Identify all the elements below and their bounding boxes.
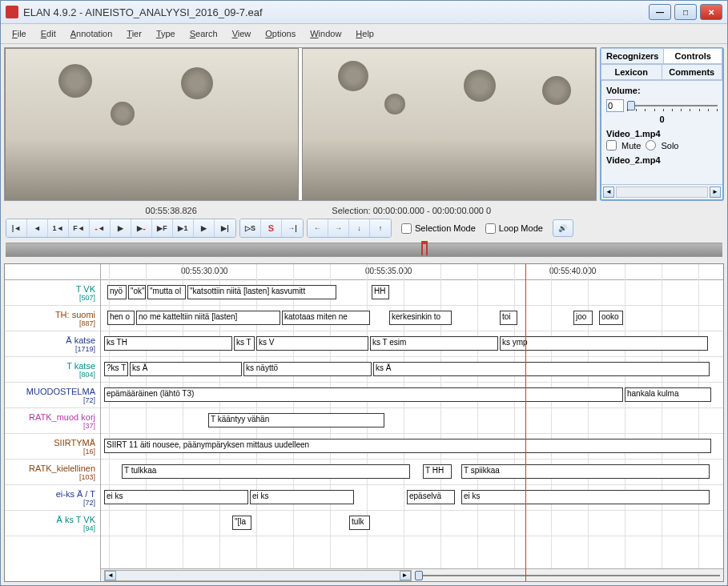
play-selection-button[interactable]: ▷S (240, 219, 261, 237)
boundary-left-button[interactable]: ← (308, 219, 328, 237)
annotation[interactable]: no me katteltiin niitä [lasten] (136, 311, 280, 325)
menu-annotation[interactable]: Annotation (64, 27, 119, 40)
menu-view[interactable]: View (226, 27, 258, 40)
tab-comments[interactable]: Comments (662, 64, 723, 80)
tier-row[interactable]: nyö"ok""mutta ol"katsottiin niitä [laste… (101, 280, 723, 306)
annotation[interactable]: T tulkkaa (122, 464, 410, 479)
annotation[interactable]: tulk (349, 516, 370, 530)
volume-input[interactable] (606, 99, 624, 112)
tier-row[interactable]: SIIRT 11 äiti nousee, päänympäryksen mit… (101, 434, 723, 460)
menu-options[interactable]: Options (259, 27, 302, 40)
tab-recognizers[interactable]: Recognizers (601, 48, 664, 64)
tier-name[interactable]: SIIRTYMÄ[16] (5, 434, 100, 460)
minimize-button[interactable]: — (649, 4, 671, 20)
tier-name[interactable]: T katse[804] (5, 357, 100, 383)
annotation[interactable]: ks Ä (373, 362, 710, 376)
tier-name[interactable]: Ä katse[1719] (5, 331, 100, 357)
audio-button[interactable]: 🔊 (553, 219, 573, 237)
annotation[interactable]: ks T (234, 336, 255, 351)
solo-radio-1[interactable] (646, 140, 656, 151)
annotation[interactable]: ei ks (461, 490, 710, 504)
tier-row[interactable]: hen ono me katteltiin niitä [lasten]kato… (101, 306, 723, 331)
playhead[interactable] (525, 264, 526, 581)
timeline-hscroll[interactable]: ◄ ► (104, 570, 412, 581)
annotation[interactable]: katotaas miten ne (282, 311, 370, 325)
clear-selection-button[interactable]: S (261, 219, 282, 237)
prev-pixel-button[interactable]: -◄ (90, 219, 111, 237)
mute-checkbox-1[interactable] (606, 140, 617, 151)
crosshair-in-selection-button[interactable]: →| (282, 219, 303, 237)
annotation[interactable]: nyö (107, 285, 127, 299)
next-scroll-button[interactable]: ▶ (194, 219, 215, 237)
annotation[interactable]: "[la (232, 516, 251, 530)
zoom-slider[interactable] (415, 568, 721, 582)
menu-window[interactable]: Window (304, 27, 348, 40)
panel-scroll-left[interactable]: ◄ (603, 187, 614, 198)
annotation[interactable]: ks T esim (370, 336, 498, 351)
density-overview[interactable] (6, 243, 722, 257)
boundary-down-button[interactable]: ↓ (349, 219, 370, 237)
boundary-up-button[interactable]: ↑ (370, 219, 391, 237)
prev-frame-button[interactable]: F◄ (69, 219, 90, 237)
next-second-button[interactable]: ▶1 (173, 219, 194, 237)
tier-name[interactable]: MUODOSTELMA[72] (5, 383, 100, 408)
tier-row[interactable]: ks THks Tks Vks T esimks ymp (101, 331, 723, 357)
annotation[interactable]: epämääräinen (lähtö T3) (104, 387, 623, 402)
tier-row[interactable]: "[latulk (101, 511, 723, 536)
menu-file[interactable]: File (6, 27, 33, 40)
menu-edit[interactable]: Edit (34, 27, 62, 40)
annotation[interactable]: ks näyttö (243, 362, 372, 376)
next-frame-button[interactable]: ▶F (152, 219, 173, 237)
maximize-button[interactable]: □ (674, 4, 697, 20)
annotation[interactable]: T HH (423, 464, 452, 479)
tier-name[interactable]: RATK_muod korj[37] (5, 408, 100, 434)
volume-slider[interactable] (627, 98, 718, 113)
tier-name[interactable]: T VK[507] (5, 280, 100, 306)
scroll-right-button[interactable]: ► (400, 571, 411, 580)
goto-start-button[interactable]: |◄ (6, 219, 27, 237)
annotation[interactable]: ks TH (104, 336, 232, 351)
annotation[interactable]: SIIRT 11 äiti nousee, päänympäryksen mit… (104, 439, 711, 453)
play-button[interactable]: ▶ (111, 219, 131, 237)
overview-cursor[interactable] (421, 241, 428, 255)
tier-name[interactable]: RATK_kielellinen[103] (5, 460, 100, 485)
goto-end-button[interactable]: ▶| (215, 219, 235, 237)
annotation[interactable]: ei ks (104, 490, 248, 504)
prev-second-button[interactable]: 1◄ (48, 219, 69, 237)
annotation[interactable]: ooko (599, 311, 623, 325)
annotation[interactable]: HH (372, 285, 389, 299)
annotation[interactable]: T kääntyy vähän (208, 413, 384, 427)
tier-name[interactable]: ei-ks Ä / T[72] (5, 485, 100, 511)
tier-row[interactable]: T kääntyy vähän (101, 408, 723, 434)
annotation[interactable]: "katsottiin niitä [lasten] kasvumitt (187, 285, 336, 299)
tier-name[interactable]: Ä ks T VK[94] (5, 511, 100, 536)
time-ruler[interactable]: 00:55:30.000 00:55:35.000 00:55:40.000 (101, 264, 723, 280)
menu-help[interactable]: Help (349, 27, 380, 40)
annotation[interactable]: "mutta ol (147, 285, 186, 299)
tab-lexicon[interactable]: Lexicon (601, 64, 662, 80)
video-player-2[interactable] (302, 48, 596, 200)
annotation[interactable]: kerkesinkin to (389, 311, 452, 325)
panel-scroll-right[interactable]: ► (710, 187, 721, 198)
video-player-1[interactable] (5, 48, 299, 200)
timeline[interactable]: 00:55:30.000 00:55:35.000 00:55:40.000 n… (101, 264, 723, 581)
annotation[interactable]: ks V (256, 336, 368, 351)
loop-mode-checkbox[interactable] (485, 223, 496, 234)
tier-row[interactable]: ei ksei ksepäselväei ks (101, 485, 723, 511)
panel-scrollbar[interactable] (616, 187, 708, 198)
menu-type[interactable]: Type (150, 27, 182, 40)
annotation[interactable]: ei ks (250, 490, 354, 504)
close-button[interactable]: ✕ (700, 4, 722, 20)
tier-row[interactable]: T tulkkaaT HHT spiikkaa (101, 460, 723, 485)
annotation[interactable]: T spiikkaa (461, 464, 710, 479)
menu-search[interactable]: Search (183, 27, 224, 40)
prev-scroll-button[interactable]: ◄ (27, 219, 48, 237)
annotation[interactable]: ks ymp (500, 336, 708, 351)
annotation[interactable]: ks Ä (130, 362, 242, 376)
next-pixel-button[interactable]: ▶- (131, 219, 152, 237)
annotation[interactable]: "ok" (128, 285, 146, 299)
scroll-left-button[interactable]: ◄ (105, 571, 116, 580)
tier-row[interactable]: ?ks Tks Äks näyttöks Ä (101, 357, 723, 383)
annotation[interactable]: epäselvä (407, 490, 455, 504)
tab-controls[interactable]: Controls (663, 48, 722, 64)
